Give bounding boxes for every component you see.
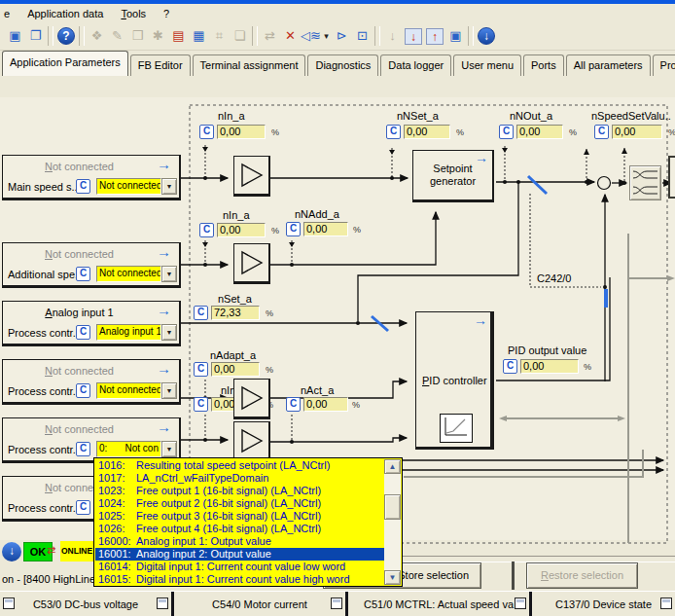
open-arrow-icon[interactable]: → xyxy=(474,312,487,328)
select-value[interactable]: Not connected xyxy=(96,178,161,195)
window-box-icon[interactable] xyxy=(660,598,672,609)
dropdown-arrow-icon[interactable]: ▼ xyxy=(161,266,177,282)
code-button[interactable]: C xyxy=(76,500,90,515)
list-item[interactable]: 16014: Digital input 1: Current count va… xyxy=(95,561,385,573)
code-button[interactable]: C xyxy=(76,442,90,456)
tab[interactable]: FB Editor xyxy=(130,54,191,76)
window-copy-icon[interactable]: ❏ xyxy=(230,26,250,46)
code-button[interactable]: C xyxy=(286,397,301,412)
help-icon[interactable]: ? xyxy=(57,27,75,45)
pid-controller-block[interactable]: → PID controller xyxy=(415,311,494,450)
list-item[interactable]: 1024: Free output 2 (16-bit signal) (LA_… xyxy=(95,497,385,510)
download-device-icon[interactable]: ↓ xyxy=(405,28,422,45)
separator[interactable] xyxy=(79,26,85,46)
signal-source-select-open[interactable]: 0: Not con ▼ xyxy=(96,441,177,457)
separator[interactable] xyxy=(252,26,258,46)
code-button[interactable]: C xyxy=(286,222,301,236)
code-button[interactable]: C xyxy=(386,125,401,139)
settings-icon[interactable]: ✱ xyxy=(148,26,168,46)
open-arrow-icon[interactable]: → xyxy=(157,243,171,260)
tab[interactable]: Data logger xyxy=(380,54,451,76)
system-properties-icon[interactable]: ▣ xyxy=(5,26,25,46)
monitor-panel[interactable]: C137/0 Device state xyxy=(529,592,675,616)
dropdown-arrow-icon[interactable]: ▼ xyxy=(161,441,177,457)
signal-level-icon[interactable]: ◁≋ xyxy=(301,26,321,46)
transfer-icon[interactable]: ⇄ xyxy=(260,26,280,46)
window-layout-icon[interactable]: ❐ xyxy=(25,26,46,46)
tab[interactable]: Terminal assignment xyxy=(193,54,306,76)
list-item[interactable]: 1026: Free output 4 (16-bit signal) (LA_… xyxy=(95,523,385,535)
separator[interactable] xyxy=(468,26,474,46)
window-box-icon[interactable] xyxy=(515,598,526,609)
code-button[interactable]: C xyxy=(194,306,208,320)
window-box-icon[interactable] xyxy=(3,598,15,609)
list-item[interactable]: 1016: Resulting total speed setpoint (LA… xyxy=(95,459,385,472)
setpoint-generator-block[interactable]: → Setpoint generator xyxy=(412,150,494,202)
code-button[interactable]: C xyxy=(199,125,214,139)
code-button[interactable]: C xyxy=(199,223,214,237)
select-value-number[interactable]: 0: xyxy=(99,442,107,456)
gain-block[interactable] xyxy=(233,379,270,419)
code-button[interactable]: C xyxy=(194,397,208,412)
list-item[interactable]: 1025: Free output 3 (16-bit signal) (LA_… xyxy=(95,510,385,523)
select-value[interactable]: Not connected xyxy=(96,266,161,282)
select-value-text[interactable]: Not con xyxy=(125,442,159,456)
value-field[interactable]: 0,00 xyxy=(217,223,266,237)
open-arrow-icon[interactable]: → xyxy=(157,360,171,377)
copy-icon[interactable]: ❒ xyxy=(127,26,148,46)
open-arrow-icon[interactable]: → xyxy=(157,302,171,318)
menu-file-cut[interactable]: e xyxy=(4,8,10,19)
gain-block[interactable] xyxy=(233,421,270,462)
watch-start-icon[interactable]: ⊳ xyxy=(332,26,352,46)
monitor-panel[interactable]: C53/0 DC-bus voltage xyxy=(0,592,171,616)
insert-function-icon[interactable]: ▤ xyxy=(168,26,189,46)
scrollbar[interactable]: ▲ ▼ xyxy=(384,459,401,585)
value-field[interactable]: 0,00 xyxy=(520,359,579,374)
signal-source-select[interactable]: Not connected ▼ xyxy=(96,382,177,399)
source-link[interactable]: Not connected xyxy=(3,365,156,377)
code-button[interactable]: C xyxy=(594,125,609,139)
value-field[interactable]: 0,00 xyxy=(303,397,348,412)
source-link[interactable]: Not connected xyxy=(3,161,156,172)
tab[interactable]: Application Parameters xyxy=(2,51,128,76)
monitor-panel[interactable]: C51/0 MCTRL: Actual speed va xyxy=(345,592,529,616)
gain-block[interactable] xyxy=(233,243,270,284)
save-device-icon[interactable]: ▣ xyxy=(445,26,466,46)
scrollbar-thumb[interactable] xyxy=(384,494,401,520)
list-item[interactable]: 16000: Analog input 1: Output value xyxy=(95,535,385,548)
code-button[interactable]: C xyxy=(76,383,90,398)
code-button[interactable]: C xyxy=(76,179,90,194)
insert-block-icon[interactable]: ▦ xyxy=(189,26,209,46)
separator[interactable] xyxy=(48,26,53,46)
source-link[interactable]: Analog input 1 xyxy=(3,307,156,318)
disconnect-icon[interactable]: ✕ xyxy=(280,26,301,46)
restore-selection-button[interactable]: Restore selection xyxy=(526,562,638,589)
scroll-up-icon[interactable]: ▲ xyxy=(384,459,401,474)
open-arrow-icon[interactable]: → xyxy=(157,156,171,172)
open-arrow-icon[interactable]: → xyxy=(157,418,171,435)
edit-icon[interactable]: ✎ xyxy=(107,26,127,46)
select-value[interactable]: Not connected xyxy=(96,382,161,399)
value-field[interactable]: 0,00 xyxy=(404,125,450,139)
value-field[interactable]: 0,00 xyxy=(217,125,266,139)
monitor-panel[interactable]: C54/0 Motor current xyxy=(171,592,345,616)
signal-source-select[interactable]: Analog input 1: O ▼ xyxy=(96,324,177,341)
list-item[interactable]: 1017: LA_nCtrl_wFailTypeDomain xyxy=(95,472,385,485)
signal-source-select[interactable]: Not connected ▼ xyxy=(96,178,177,195)
code-button[interactable]: C xyxy=(76,267,90,281)
scroll-down-icon[interactable]: ▼ xyxy=(384,570,401,585)
tree-view-icon[interactable]: ⌗ xyxy=(209,26,230,46)
watch-stop-icon[interactable]: ⊡ xyxy=(352,26,373,46)
menu-help[interactable]: ? xyxy=(163,8,169,19)
tab[interactable]: Ports xyxy=(523,54,564,76)
source-link[interactable]: Not connected xyxy=(3,423,156,435)
list-item[interactable]: 16001: Analog input 2: Output value xyxy=(95,548,385,561)
tab[interactable]: User menu xyxy=(453,54,521,76)
tab[interactable]: All parameters xyxy=(566,54,651,76)
dropdown-arrow-icon[interactable]: ▼ xyxy=(161,324,177,341)
tab[interactable]: Diagnostics xyxy=(307,54,378,76)
upload-device-icon[interactable]: ↑ xyxy=(426,28,444,45)
value-field[interactable]: 0,00 xyxy=(516,125,563,139)
tab[interactable]: Properties xyxy=(653,54,675,76)
value-field[interactable]: 0,00 xyxy=(303,222,348,236)
